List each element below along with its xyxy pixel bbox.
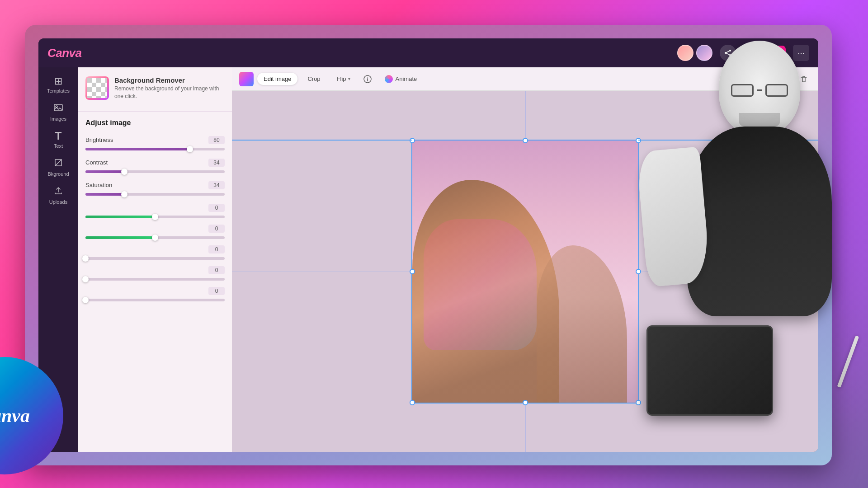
- brightness-track[interactable]: [85, 148, 225, 150]
- sidebar-item-images[interactable]: Images: [42, 99, 75, 125]
- saturation-thumb[interactable]: [121, 191, 127, 197]
- extra-slider-5: 0: [85, 287, 225, 301]
- top-bar: Canva Publish ···: [38, 38, 818, 67]
- sidebar-item-templates[interactable]: ⊞ Templates: [42, 73, 75, 97]
- saturation-track[interactable]: [85, 193, 225, 196]
- contrast-fill: [85, 170, 124, 173]
- flip-button[interactable]: Flip ▾: [330, 73, 357, 85]
- canvas-image[interactable]: [412, 141, 638, 403]
- extra-value-2: 0: [208, 225, 225, 233]
- extra-value-3: 0: [208, 245, 225, 253]
- bg-remover-info: Background Remover Remove the background…: [114, 76, 225, 100]
- extra-thumb-2[interactable]: [152, 235, 158, 241]
- bg-remover-section: Background Remover Remove the background…: [78, 67, 232, 112]
- delete-button[interactable]: [797, 72, 811, 86]
- extra-value-4: 0: [208, 266, 225, 274]
- extra-thumb-3[interactable]: [82, 255, 89, 262]
- svg-line-3: [726, 51, 730, 53]
- contrast-label: Contrast: [85, 159, 108, 166]
- text-label: Text: [54, 143, 63, 149]
- selection-line-left: [232, 140, 412, 141]
- app-window: Canva Publish ··· ⊞ Temp: [38, 38, 818, 452]
- saturation-value: 34: [208, 181, 225, 189]
- extra-track-4[interactable]: [85, 278, 225, 281]
- brightness-fill: [85, 148, 190, 150]
- extra-track-2[interactable]: [85, 236, 225, 239]
- images-label: Images: [50, 116, 66, 122]
- person-1-shirt: [424, 219, 537, 350]
- bg-remover-title: Background Remover: [114, 76, 225, 84]
- bg-remover-thumb-inner: [87, 78, 107, 98]
- avatar-2: [696, 45, 712, 61]
- canvas-content[interactable]: [412, 141, 638, 403]
- saturation-header: Saturation 34: [85, 181, 225, 189]
- saturation-label: Saturation: [85, 182, 112, 188]
- contrast-value: 34: [208, 159, 225, 167]
- avatar-group: [677, 45, 712, 61]
- text-icon: T: [55, 131, 62, 141]
- canvas-workspace[interactable]: [232, 91, 818, 452]
- contrast-track[interactable]: [85, 170, 225, 173]
- brightness-row: Brightness 80: [85, 136, 225, 150]
- chevron-down-icon: ▾: [348, 76, 350, 81]
- extra-thumb-5[interactable]: [82, 297, 89, 303]
- adjust-title: Adjust image: [85, 119, 225, 127]
- left-panel: Background Remover Remove the background…: [78, 67, 232, 452]
- info-button[interactable]: [360, 72, 375, 86]
- extra-slider-4-header: 0: [85, 266, 225, 274]
- images-icon: [53, 103, 63, 114]
- color-picker-button[interactable]: [239, 72, 254, 86]
- extra-track-1[interactable]: [85, 216, 225, 218]
- extra-slider-3: 0: [85, 245, 225, 260]
- extra-track-3[interactable]: [85, 257, 225, 260]
- brightness-thumb[interactable]: [187, 146, 193, 152]
- sidebar-item-background[interactable]: Bkground: [42, 154, 75, 180]
- animate-icon: [385, 75, 393, 83]
- extra-track-5[interactable]: [85, 299, 225, 301]
- crop-button[interactable]: Crop: [301, 73, 326, 85]
- extra-slider-3-header: 0: [85, 245, 225, 253]
- bg-remover-thumbnail: [85, 76, 109, 100]
- extra-slider-4: 0: [85, 266, 225, 281]
- contrast-thumb[interactable]: [121, 169, 127, 175]
- animate-button[interactable]: Animate: [378, 72, 424, 86]
- brightness-label: Brightness: [85, 136, 113, 143]
- bg-remover-header: Background Remover Remove the background…: [85, 76, 225, 100]
- templates-label: Templates: [47, 88, 70, 94]
- publish-button[interactable]: Publish: [743, 46, 786, 61]
- canvas-area: Edit image Crop Flip ▾ Animate: [232, 67, 818, 452]
- bg-remover-desc: Remove the background of your image with…: [114, 85, 225, 100]
- stylus-shape: [837, 335, 859, 387]
- saturation-row: Saturation 34: [85, 181, 225, 196]
- toolbar: Edit image Crop Flip ▾ Animate: [232, 67, 818, 91]
- edit-image-button[interactable]: Edit image: [257, 73, 297, 85]
- extra-value-1: 0: [208, 204, 225, 212]
- main-area: ⊞ Templates Images T Text: [38, 67, 818, 452]
- extra-slider-2: 0: [85, 225, 225, 239]
- brightness-value: 80: [208, 136, 225, 144]
- extra-slider-1: 0: [85, 204, 225, 218]
- background-label: Bkground: [47, 171, 69, 177]
- extra-thumb-1[interactable]: [152, 214, 158, 220]
- background-icon: [53, 158, 63, 169]
- screen-frame: Canva Publish ··· ⊞ Temp: [25, 25, 832, 465]
- selection-line-right: [638, 140, 819, 141]
- more-button[interactable]: ···: [793, 45, 809, 61]
- contrast-row: Contrast 34: [85, 159, 225, 173]
- extra-slider-1-header: 0: [85, 204, 225, 212]
- uploads-label: Uploads: [49, 199, 67, 205]
- extra-slider-2-header: 0: [85, 225, 225, 233]
- extra-value-5: 0: [208, 287, 225, 295]
- extra-fill-2: [85, 236, 155, 239]
- extra-fill-1: [85, 216, 155, 218]
- sidebar-item-text[interactable]: T Text: [42, 127, 75, 152]
- extra-thumb-4[interactable]: [82, 276, 89, 282]
- canva-logo: Canva: [47, 46, 82, 60]
- share-button[interactable]: [720, 45, 736, 61]
- templates-icon: ⊞: [54, 76, 62, 86]
- extra-slider-5-header: 0: [85, 287, 225, 295]
- sidebar-item-uploads[interactable]: Uploads: [42, 182, 75, 208]
- avatar-1: [677, 45, 693, 61]
- contrast-header: Contrast 34: [85, 159, 225, 167]
- adjust-section: Adjust image Brightness 80: [78, 112, 232, 452]
